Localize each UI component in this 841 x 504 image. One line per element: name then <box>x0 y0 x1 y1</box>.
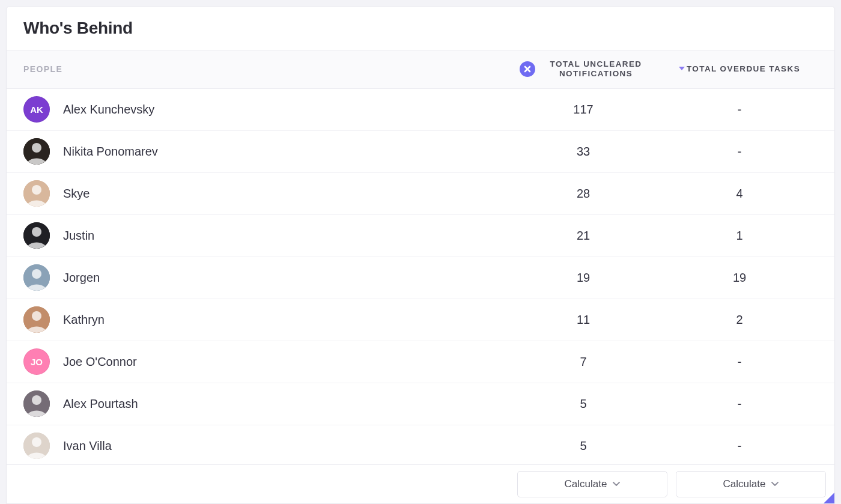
resize-handle[interactable] <box>824 493 834 503</box>
avatar[interactable]: AK <box>23 96 50 123</box>
table-row[interactable]: Ivan Villa5- <box>7 425 834 464</box>
uncleared-notifications-value: 117 <box>505 103 661 117</box>
close-icon <box>523 65 532 73</box>
overdue-tasks-value: 4 <box>661 187 818 201</box>
calculate-notifications-button[interactable]: Calculate <box>517 471 667 497</box>
table-row[interactable]: Nikita Ponomarev33- <box>7 131 834 173</box>
overdue-tasks-value: 19 <box>661 271 818 285</box>
table-header: PEOPLE TOTAL UNCLEARED NOTIFICATIONS TOT… <box>7 50 834 89</box>
person-name: Kathryn <box>63 313 105 327</box>
sort-descending-icon <box>679 67 685 70</box>
column-header-notifications[interactable]: TOTAL UNCLEARED NOTIFICATIONS <box>505 59 661 79</box>
column-header-people-label: PEOPLE <box>23 64 62 74</box>
person-cell: Jorgen <box>23 264 505 291</box>
table-row[interactable]: Justin211 <box>7 215 834 257</box>
svg-point-11 <box>32 311 41 321</box>
uncleared-notifications-value: 33 <box>505 145 661 159</box>
avatar-image <box>23 222 50 249</box>
table-row[interactable]: JOJoe O'Connor7- <box>7 341 834 383</box>
overdue-tasks-value: - <box>661 397 818 411</box>
whos-behind-card: Who's Behind PEOPLE TOTAL UNCLEARED NOTI… <box>6 6 835 504</box>
chevron-down-icon <box>771 482 779 487</box>
avatar[interactable] <box>23 306 50 333</box>
svg-point-7 <box>32 227 41 237</box>
person-cell: Ivan Villa <box>23 433 505 459</box>
person-name: Joe O'Connor <box>63 355 137 369</box>
avatar-image <box>23 390 50 417</box>
table-row[interactable]: Skye284 <box>7 173 834 215</box>
svg-point-9 <box>32 269 41 279</box>
avatar[interactable] <box>23 222 50 249</box>
table-row[interactable]: AKAlex Kunchevsky117- <box>7 89 834 131</box>
person-cell: JOJoe O'Connor <box>23 348 505 375</box>
person-name: Skye <box>63 187 90 201</box>
svg-point-3 <box>32 143 41 153</box>
overdue-tasks-value: - <box>661 145 818 159</box>
people-rows: AKAlex Kunchevsky117- Nikita Ponomarev33… <box>7 89 834 464</box>
person-name: Ivan Villa <box>63 439 112 453</box>
person-cell: Justin <box>23 222 505 249</box>
svg-point-5 <box>32 185 41 195</box>
avatar[interactable] <box>23 433 50 459</box>
avatar-image <box>23 433 50 459</box>
overdue-tasks-value: - <box>661 439 818 453</box>
uncleared-notifications-value: 5 <box>505 439 661 453</box>
avatar-image <box>23 306 50 333</box>
uncleared-notifications-value: 28 <box>505 187 661 201</box>
chevron-down-icon <box>613 482 620 487</box>
column-header-notifications-label: TOTAL UNCLEARED NOTIFICATIONS <box>545 59 647 79</box>
person-cell: Kathryn <box>23 306 505 333</box>
person-name: Alex Pourtash <box>63 397 138 411</box>
table-row[interactable]: Jorgen1919 <box>7 257 834 299</box>
person-cell: Skye <box>23 180 505 207</box>
avatar[interactable] <box>23 390 50 417</box>
person-cell: AKAlex Kunchevsky <box>23 96 505 123</box>
avatar-image <box>23 138 50 165</box>
person-name: Alex Kunchevsky <box>63 103 154 117</box>
uncleared-notifications-value: 21 <box>505 229 661 243</box>
avatar[interactable] <box>23 138 50 165</box>
overdue-tasks-value: - <box>661 355 818 369</box>
column-header-overdue[interactable]: TOTAL OVERDUE TASKS <box>661 64 818 74</box>
table-row[interactable]: Alex Pourtash5- <box>7 383 834 425</box>
avatar[interactable] <box>23 180 50 207</box>
calculate-overdue-button[interactable]: Calculate <box>676 471 826 497</box>
person-name: Jorgen <box>63 271 100 285</box>
column-header-people[interactable]: PEOPLE <box>23 64 505 74</box>
table-row[interactable]: Kathryn112 <box>7 299 834 341</box>
person-cell: Alex Pourtash <box>23 390 505 417</box>
overdue-tasks-value: 2 <box>661 313 818 327</box>
overdue-tasks-value: - <box>661 103 818 117</box>
uncleared-notifications-value: 5 <box>505 397 661 411</box>
table-footer: Calculate Calculate <box>7 464 834 503</box>
column-header-overdue-label: TOTAL OVERDUE TASKS <box>687 64 800 74</box>
calculate-label: Calculate <box>565 478 607 490</box>
uncleared-notifications-value: 7 <box>505 355 661 369</box>
overdue-tasks-value: 1 <box>661 229 818 243</box>
avatar[interactable]: JO <box>23 348 50 375</box>
card-header: Who's Behind <box>7 7 834 50</box>
clear-filter-button[interactable] <box>520 61 535 77</box>
person-name: Justin <box>63 229 94 243</box>
page-title: Who's Behind <box>23 19 818 38</box>
uncleared-notifications-value: 11 <box>505 313 661 327</box>
avatar[interactable] <box>23 264 50 291</box>
svg-point-15 <box>32 437 41 447</box>
avatar-image <box>23 180 50 207</box>
person-name: Nikita Ponomarev <box>63 145 158 159</box>
calculate-label: Calculate <box>723 478 766 490</box>
person-cell: Nikita Ponomarev <box>23 138 505 165</box>
svg-point-13 <box>32 395 41 405</box>
uncleared-notifications-value: 19 <box>505 271 661 285</box>
avatar-image <box>23 264 50 291</box>
